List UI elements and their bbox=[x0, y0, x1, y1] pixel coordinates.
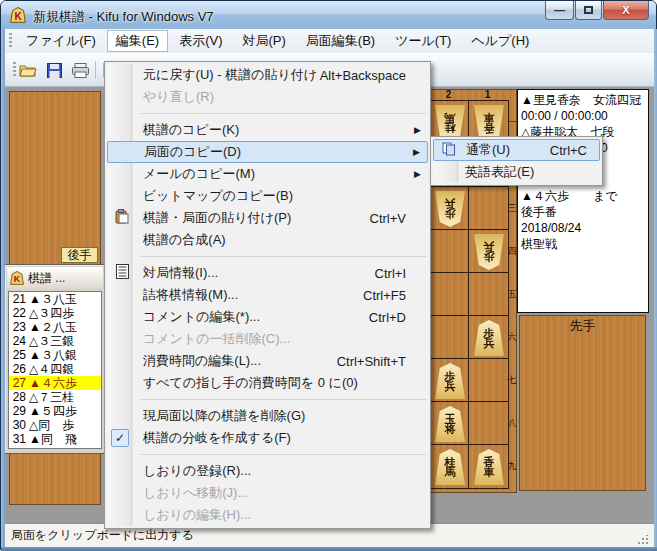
move-list-item[interactable]: 24△３三銀 bbox=[9, 334, 101, 348]
move-text: ▲２八玉 bbox=[29, 320, 77, 334]
move-text: △３三銀 bbox=[29, 334, 74, 348]
board-cell[interactable] bbox=[469, 402, 508, 445]
piece-kanji: 車 bbox=[484, 113, 495, 123]
menu-item-copy-mail[interactable]: メールのコピー(M)▶ bbox=[107, 163, 428, 185]
board-cell[interactable] bbox=[469, 359, 508, 402]
move-list-item[interactable]: 26△４四銀 bbox=[9, 362, 101, 376]
app-icon: K bbox=[10, 7, 26, 27]
piece-kanji: 兵 bbox=[445, 381, 456, 391]
piece-kanji: 兵 bbox=[484, 338, 495, 348]
piece-kanji: 馬 bbox=[445, 113, 456, 123]
menu-item-copy-position[interactable]: 局面のコピー(D)▶ bbox=[107, 141, 428, 163]
print-icon[interactable] bbox=[69, 59, 91, 81]
kifu-window-titlebar[interactable]: K 棋譜 ... bbox=[7, 267, 103, 289]
move-text: △７三桂 bbox=[29, 390, 74, 404]
menu-item-undo[interactable]: 元に戻す(U) - 棋譜の貼り付けAlt+Backspace bbox=[107, 64, 428, 86]
maximize-icon bbox=[584, 6, 593, 14]
paste-icon bbox=[113, 209, 131, 227]
save-file-icon[interactable] bbox=[43, 59, 65, 81]
menu-item-copy-kifu[interactable]: 棋譜のコピー(K)▶ bbox=[107, 119, 428, 141]
board-cell[interactable] bbox=[469, 273, 508, 316]
move-list-item[interactable]: 23▲２八玉 bbox=[9, 320, 101, 334]
move-text: ▲３八銀 bbox=[29, 348, 77, 362]
submenu-item-normal[interactable]: 通常(U)Ctrl+C bbox=[433, 139, 600, 161]
submenu-item-english[interactable]: 英語表記(E) bbox=[433, 161, 600, 183]
menu-item-edit-comment[interactable]: コメントの編集(*)...Ctrl+D bbox=[107, 306, 428, 328]
resize-grip[interactable] bbox=[637, 535, 649, 545]
kifu-window-icon: K bbox=[10, 271, 24, 285]
menu-item-tsume-info[interactable]: 詰将棋情報(M)...Ctrl+F5 bbox=[107, 284, 428, 306]
menu-item-label: 棋譜のコピー(K) bbox=[143, 121, 239, 139]
menu-item-label: メールのコピー(M) bbox=[143, 165, 255, 183]
menu-item-redo: やり直し(R) bbox=[107, 86, 428, 108]
menu-item-shortcut: Ctrl+F5 bbox=[363, 288, 422, 303]
svg-text:K: K bbox=[14, 11, 22, 22]
menu-item-label: 詰将棋情報(M)... bbox=[143, 286, 238, 304]
move-list-item[interactable]: 25▲３八銀 bbox=[9, 348, 101, 362]
board-row-label: 七 bbox=[507, 374, 517, 387]
open-file-icon[interactable] bbox=[17, 59, 39, 81]
menubar-item-ヘルプ(H)[interactable]: ヘルプ(H) bbox=[462, 30, 538, 52]
board-col-label: 2 bbox=[429, 89, 468, 100]
piece-kanji: 馬 bbox=[445, 467, 456, 477]
board-row-label: 九 bbox=[507, 460, 517, 473]
menu-item-label: やり直し(R) bbox=[143, 88, 214, 106]
move-number: 26 bbox=[9, 362, 26, 376]
close-button[interactable]: X bbox=[603, 1, 649, 20]
move-text: ▲４六歩 bbox=[29, 376, 77, 390]
move-text: △４四銀 bbox=[29, 362, 74, 376]
piece-kanji: 兵 bbox=[484, 242, 495, 252]
board-cell[interactable] bbox=[430, 316, 469, 359]
board-cell[interactable] bbox=[430, 273, 469, 316]
menu-item-label: すべての指し手の消費時間を 0 に(0) bbox=[143, 374, 358, 392]
menubar-item-ファイル(F)[interactable]: ファイル(F) bbox=[17, 30, 105, 52]
board-row-label: 四 bbox=[507, 245, 517, 258]
menu-item-delete-all-comments: コメントの一括削除(C)... bbox=[107, 328, 428, 350]
menu-bar-items: ファイル(F)編集(E)表示(V)対局(P)局面編集(B)ツール(T)ヘルプ(H… bbox=[17, 30, 540, 52]
maximize-button[interactable] bbox=[575, 1, 602, 20]
move-list-item[interactable]: 28△７三桂 bbox=[9, 390, 101, 404]
menu-item-edit-time[interactable]: 消費時間の編集(L)...Ctrl+Shift+T bbox=[107, 350, 428, 372]
move-number: 22 bbox=[9, 306, 26, 320]
piece-kanji: 香 bbox=[484, 123, 495, 133]
move-list-item[interactable]: 30△同 歩 bbox=[9, 418, 101, 432]
menu-item-paste[interactable]: 棋譜・局面の貼り付け(P)Ctrl+V bbox=[107, 207, 428, 229]
move-number: 25 bbox=[9, 348, 26, 362]
menu-item-add-bookmark[interactable]: しおりの登録(R)... bbox=[107, 460, 428, 482]
menu-item-copy-bitmap[interactable]: ビットマップのコピー(B) bbox=[107, 185, 428, 207]
menu-item-create-branch[interactable]: ✓棋譜の分岐を作成する(F) bbox=[107, 427, 428, 449]
board-cell[interactable] bbox=[469, 187, 508, 230]
copy-icon bbox=[440, 142, 458, 159]
menu-item-delete-after-position[interactable]: 現局面以降の棋譜を削除(G) bbox=[107, 405, 428, 427]
menubar-item-編集(E)[interactable]: 編集(E) bbox=[107, 30, 168, 52]
sente-label: 先手 bbox=[519, 317, 646, 335]
menu-item-merge-kifu[interactable]: 棋譜の合成(A) bbox=[107, 229, 428, 251]
menu-item-label: コメントの一括削除(C)... bbox=[143, 330, 290, 348]
menubar-item-対局(P)[interactable]: 対局(P) bbox=[234, 30, 295, 52]
move-list-item[interactable]: 31▲同 飛 bbox=[9, 432, 101, 446]
piece-kanji: 歩 bbox=[484, 252, 495, 262]
board-cell[interactable] bbox=[430, 230, 469, 273]
menu-item-label: 棋譜・局面の貼り付け(P) bbox=[143, 209, 291, 227]
status-text: 局面をクリップボードに出力する bbox=[11, 527, 194, 544]
menubar-item-局面編集(B)[interactable]: 局面編集(B) bbox=[297, 30, 384, 52]
minimize-button[interactable]: — bbox=[545, 1, 574, 20]
piece-kanji: 兵 bbox=[445, 199, 456, 209]
move-list-item[interactable]: 27▲４六歩 bbox=[9, 376, 101, 390]
move-list-item[interactable]: 22△３四歩 bbox=[9, 306, 101, 320]
title-bar: K 新規棋譜 - Kifu for Windows V7 — X bbox=[1, 1, 656, 29]
info-line: 2018/08/24 bbox=[521, 220, 648, 236]
move-number: 29 bbox=[9, 404, 26, 418]
menubar-item-表示(V)[interactable]: 表示(V) bbox=[170, 30, 231, 52]
move-list-item[interactable]: 29▲５四歩 bbox=[9, 404, 101, 418]
menu-item-reset-times[interactable]: すべての指し手の消費時間を 0 に(0) bbox=[107, 372, 428, 394]
menu-separator bbox=[141, 454, 426, 455]
menu-item-game-info[interactable]: 対局情報(I)...Ctrl+I bbox=[107, 262, 428, 284]
move-list-item[interactable]: 21▲３八玉 bbox=[9, 292, 101, 306]
piece-kanji: 車 bbox=[484, 467, 495, 477]
menubar-item-ツール(T)[interactable]: ツール(T) bbox=[386, 30, 460, 52]
move-list[interactable]: 21▲３八玉22△３四歩23▲２八玉24△３三銀25▲３八銀26△４四銀27▲４… bbox=[8, 291, 102, 449]
menu-item-label: 消費時間の編集(L)... bbox=[143, 352, 261, 370]
submenu-arrow-icon: ▶ bbox=[414, 169, 421, 179]
move-number: 31 bbox=[9, 432, 26, 446]
